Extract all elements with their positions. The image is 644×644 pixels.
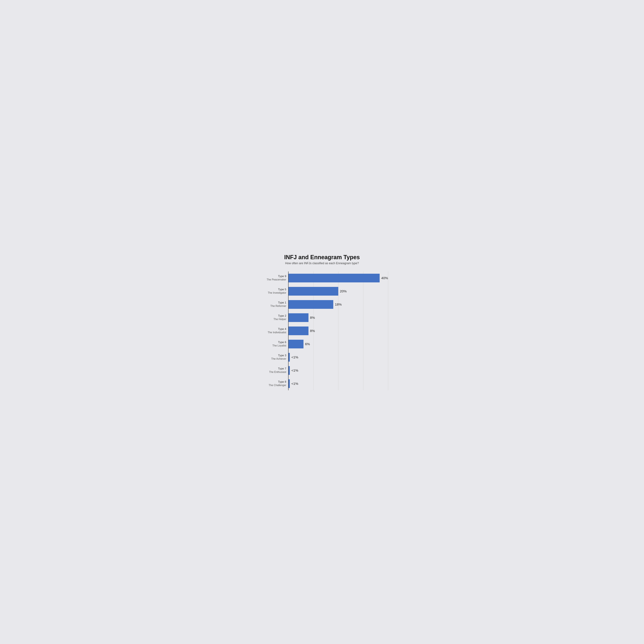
bar-fill-type6 <box>289 340 303 348</box>
bar-wrapper-type6: 6% <box>289 340 388 348</box>
bar-label-type5: Type 5The Investigator <box>256 288 286 295</box>
bar-wrapper-type7: <1% <box>289 366 388 375</box>
bar-type-type4: Type 4 <box>256 327 286 331</box>
bar-value-type1: 18% <box>335 303 342 306</box>
bar-value-type2: 8% <box>310 316 315 320</box>
bars-container: Type 9The Peacemaker40%Type 5The Investi… <box>289 271 388 390</box>
chart-container: INFJ and Enneagram Types How often are I… <box>250 247 394 397</box>
bar-label-type7: Type 7The Enthusiast <box>256 367 286 374</box>
bar-fill-type5 <box>289 287 338 296</box>
bar-wrapper-type8: <1% <box>289 379 388 388</box>
bar-row: Type 6The Loyalist6% <box>289 337 388 351</box>
bar-label-type1: Type 1The Reformer <box>256 301 286 308</box>
bar-name-type4: The Individualist <box>256 331 286 334</box>
bar-name-type5: The Investigator <box>256 291 286 295</box>
bar-fill-type1 <box>289 300 333 309</box>
bar-value-type8: <1% <box>291 382 298 386</box>
bar-wrapper-type4: 8% <box>289 327 388 335</box>
bar-fill-type9 <box>289 274 380 282</box>
chart-title: INFJ and Enneagram Types <box>256 254 388 261</box>
bar-name-type1: The Reformer <box>256 304 286 308</box>
bar-value-type5: 20% <box>340 289 347 293</box>
bar-type-type6: Type 6 <box>256 341 286 344</box>
bar-name-type8: The Challenger <box>256 384 286 387</box>
bar-value-type7: <1% <box>291 369 298 372</box>
bar-label-type6: Type 6The Loyalist <box>256 341 286 347</box>
bar-label-type4: Type 4The Individualist <box>256 327 286 334</box>
bar-value-type6: 6% <box>305 342 310 346</box>
bar-name-type9: The Peacemaker <box>256 278 286 281</box>
bar-name-type7: The Enthusiast <box>256 370 286 374</box>
bar-wrapper-type2: 8% <box>289 313 388 322</box>
bar-wrapper-type5: 20% <box>289 287 388 296</box>
bar-label-type8: Type 8The Challenger <box>256 380 286 387</box>
bar-fill-type3 <box>289 353 290 362</box>
bar-type-type2: Type 2 <box>256 314 286 318</box>
bar-type-type7: Type 7 <box>256 367 286 370</box>
bar-type-type8: Type 8 <box>256 380 286 384</box>
bar-row: Type 3The Achiever<1% <box>289 351 388 364</box>
bar-row: Type 7The Enthusiast<1% <box>289 364 388 377</box>
bar-wrapper-type1: 18% <box>289 300 388 309</box>
bar-fill-type7 <box>289 366 290 375</box>
bar-row: Type 8The Challenger<1% <box>289 377 388 390</box>
bar-label-type9: Type 9The Peacemaker <box>256 275 286 281</box>
bar-wrapper-type9: 40% <box>289 274 388 282</box>
bar-row: Type 5The Investigator20% <box>289 285 388 298</box>
bar-name-type3: The Achiever <box>256 357 286 361</box>
bar-value-type9: 40% <box>381 276 388 280</box>
bar-type-type5: Type 5 <box>256 288 286 291</box>
bar-fill-type4 <box>289 327 308 335</box>
bar-type-type9: Type 9 <box>256 275 286 278</box>
chart-area: Type 9The Peacemaker40%Type 5The Investi… <box>288 271 388 390</box>
bar-name-type2: The Helper <box>256 318 286 321</box>
bar-value-type4: 8% <box>310 329 315 333</box>
bar-row: Type 1The Reformer18% <box>289 298 388 311</box>
bar-row: Type 4The Individualist8% <box>289 324 388 337</box>
bar-label-type2: Type 2The Helper <box>256 314 286 321</box>
bar-row: Type 2The Helper8% <box>289 311 388 324</box>
bar-fill-type8 <box>289 379 290 388</box>
bar-label-type3: Type 3The Achiever <box>256 354 286 361</box>
grid-line <box>388 271 388 390</box>
bar-value-type3: <1% <box>291 355 298 359</box>
bar-fill-type2 <box>289 313 308 322</box>
chart-subtitle: How often are INFJs classified as each E… <box>256 262 388 265</box>
bar-name-type6: The Loyalist <box>256 344 286 347</box>
bar-row: Type 9The Peacemaker40% <box>289 271 388 285</box>
bar-wrapper-type3: <1% <box>289 353 388 362</box>
bar-type-type3: Type 3 <box>256 354 286 357</box>
bar-type-type1: Type 1 <box>256 301 286 304</box>
